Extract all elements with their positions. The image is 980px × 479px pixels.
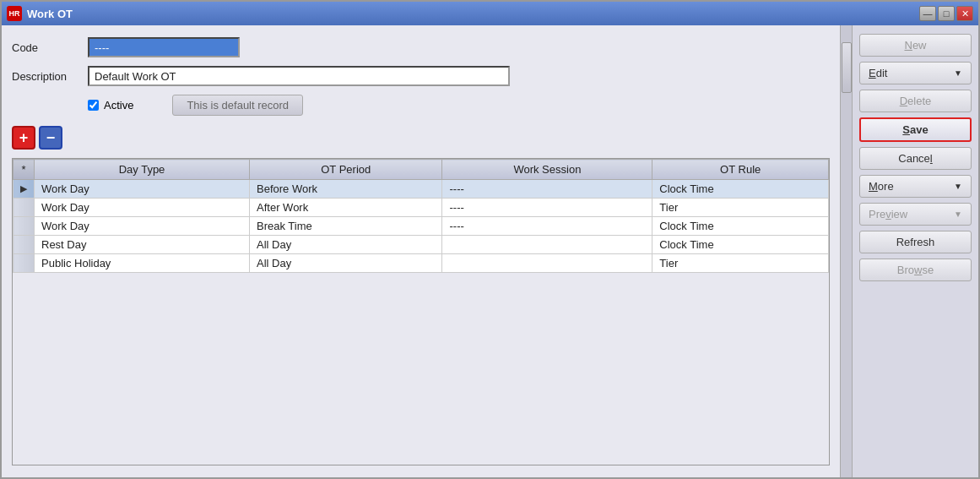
active-checkbox[interactable]	[88, 100, 99, 111]
code-label: Code	[12, 41, 79, 54]
app-icon: HR	[7, 6, 22, 21]
cell-ot-rule: Tier	[652, 254, 829, 273]
main-window: HR Work OT — □ ✕ Code Description	[0, 0, 980, 479]
description-row: Description	[12, 66, 830, 86]
cancel-button[interactable]: Cancel	[859, 147, 972, 170]
code-row: Code	[12, 37, 830, 57]
add-button[interactable]: +	[12, 126, 35, 150]
browse-button[interactable]: Browse	[859, 259, 972, 281]
maximize-button[interactable]: □	[938, 6, 955, 21]
scroll-thumb[interactable]	[842, 42, 852, 93]
col-header-work-session: Work Session	[442, 160, 652, 180]
new-button[interactable]: New	[859, 34, 972, 57]
cell-day-type: Public Holiday	[35, 254, 250, 273]
cell-ot-period: After Work	[250, 199, 442, 217]
cell-ot-period: Break Time	[250, 217, 442, 236]
table-row[interactable]: Rest Day All Day Clock Time	[14, 236, 829, 254]
cell-work-session	[442, 236, 652, 254]
cell-ot-rule: Clock Time	[652, 217, 829, 236]
sidebar: New Edit ▼ Delete Save Cancel More ▼ Pre…	[852, 25, 978, 477]
cell-ot-rule: Tier	[652, 199, 829, 217]
scrollbar[interactable]	[840, 25, 852, 477]
cell-ot-period: Before Work	[250, 180, 442, 199]
table-row[interactable]: Public Holiday All Day Tier	[14, 254, 829, 273]
default-record-button: This is default record	[172, 95, 303, 116]
minimize-button[interactable]: —	[919, 6, 936, 21]
cell-work-session	[442, 254, 652, 273]
row-indicator	[14, 199, 35, 217]
description-input[interactable]	[88, 66, 510, 86]
close-button[interactable]: ✕	[956, 6, 973, 21]
more-button[interactable]: More ▼	[859, 175, 972, 198]
save-button[interactable]: Save	[859, 117, 972, 142]
row-indicator	[14, 217, 35, 236]
delete-button[interactable]: Delete	[859, 90, 972, 112]
description-label: Description	[12, 70, 79, 83]
table-row[interactable]: Work Day Break Time ---- Clock Time	[14, 217, 829, 236]
content-area: Code Description Active This is default …	[2, 25, 978, 477]
col-header-ot-period: OT Period	[250, 160, 442, 180]
col-header-day-type: Day Type	[35, 160, 250, 180]
refresh-button[interactable]: Refresh	[859, 231, 972, 253]
row-indicator: ▶	[14, 180, 35, 199]
cell-day-type: Rest Day	[35, 236, 250, 254]
window-title: Work OT	[27, 8, 73, 20]
table-row[interactable]: ▶ Work Day Before Work ---- Clock Time	[14, 180, 829, 199]
active-label: Active	[104, 99, 133, 112]
table-row[interactable]: Work Day After Work ---- Tier	[14, 199, 829, 217]
cell-ot-period: All Day	[250, 254, 442, 273]
cell-work-session: ----	[442, 217, 652, 236]
cell-work-session: ----	[442, 180, 652, 199]
cell-ot-rule: Clock Time	[652, 236, 829, 254]
cell-day-type: Work Day	[35, 180, 250, 199]
cell-ot-period: All Day	[250, 236, 442, 254]
row-indicator	[14, 254, 35, 273]
cell-work-session: ----	[442, 199, 652, 217]
title-bar-controls: — □ ✕	[919, 6, 973, 21]
action-buttons: + −	[12, 126, 830, 150]
col-header-indicator: *	[14, 160, 35, 180]
cell-day-type: Work Day	[35, 199, 250, 217]
row-indicator	[14, 236, 35, 254]
cell-ot-rule: Clock Time	[652, 180, 829, 199]
preview-button[interactable]: Preview ▼	[859, 203, 972, 226]
ot-table: * Day Type OT Period Work Session OT Rul…	[13, 159, 829, 273]
code-input[interactable]	[88, 37, 240, 57]
main-area: Code Description Active This is default …	[2, 25, 840, 477]
remove-button[interactable]: −	[39, 126, 62, 150]
ot-table-container: * Day Type OT Period Work Session OT Rul…	[12, 158, 830, 465]
cell-day-type: Work Day	[35, 217, 250, 236]
col-header-ot-rule: OT Rule	[652, 160, 829, 180]
edit-button[interactable]: Edit ▼	[859, 62, 972, 84]
active-row: Active This is default record	[88, 95, 830, 116]
title-bar-left: HR Work OT	[7, 6, 73, 21]
title-bar: HR Work OT — □ ✕	[2, 2, 978, 25]
